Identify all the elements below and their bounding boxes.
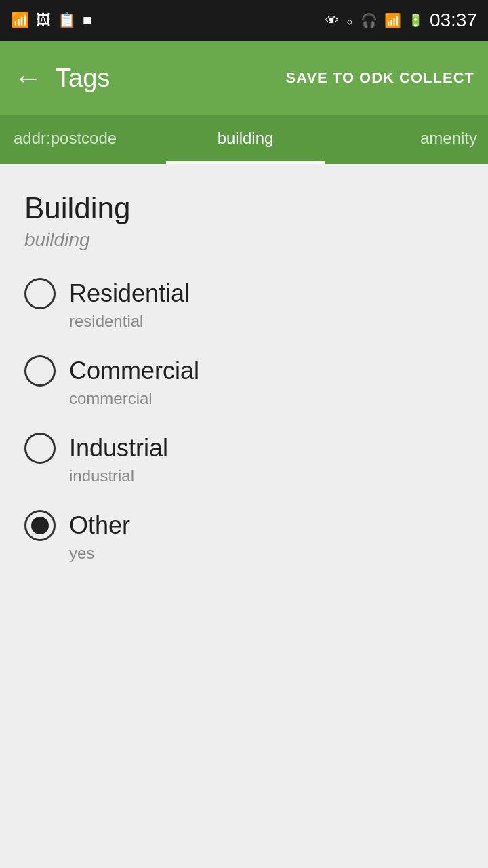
radio-circle-industrial (24, 433, 56, 464)
tab-addr-postcode[interactable]: addr:postcode (0, 115, 166, 164)
option-commercial[interactable]: Commercial commercial (24, 355, 464, 408)
sim-icon: 📋 (58, 12, 76, 29)
option-industrial-label: Industrial (69, 434, 168, 462)
option-other-label: Other (69, 511, 130, 540)
option-other-value: yes (69, 544, 464, 563)
eye-icon: 👁 (325, 13, 339, 28)
option-other-row: Other (24, 510, 464, 541)
field-key: building (24, 229, 464, 251)
headset-icon: 🎧 (361, 12, 378, 28)
status-icons-left: 📶 🖼 📋 ■ (11, 12, 92, 29)
option-industrial[interactable]: Industrial industrial (24, 433, 464, 486)
option-residential-row: Residential (24, 278, 464, 309)
app-bar: ← Tags SAVE TO ODK COLLECT (0, 41, 488, 115)
option-residential-value: residential (69, 312, 464, 331)
back-button[interactable]: ← (14, 64, 42, 92)
option-other[interactable]: Other yes (24, 510, 464, 563)
main-content: Building building Residential residentia… (0, 164, 488, 614)
field-title: Building (24, 191, 464, 225)
option-commercial-row: Commercial (24, 355, 464, 387)
option-commercial-label: Commercial (69, 357, 199, 385)
tab-building[interactable]: building (166, 115, 325, 164)
app-bar-left: ← Tags (14, 64, 110, 93)
status-bar: 📶 🖼 📋 ■ 👁 ⬦ 🎧 📶 🔋 03:37 (0, 0, 488, 41)
flipboard-icon: ■ (83, 12, 92, 29)
tab-amenity[interactable]: amenity (325, 115, 488, 164)
bluetooth-icon: ⬦ (346, 13, 354, 28)
option-industrial-row: Industrial (24, 433, 464, 464)
status-time: 03:37 (430, 9, 477, 31)
radio-inner-other (31, 517, 49, 534)
status-icons-right: 👁 ⬦ 🎧 📶 🔋 03:37 (325, 9, 477, 31)
option-residential[interactable]: Residential residential (24, 278, 464, 331)
option-residential-label: Residential (69, 279, 190, 308)
save-to-odk-button[interactable]: SAVE TO ODK COLLECT (285, 69, 474, 87)
radio-circle-residential (24, 278, 56, 309)
option-industrial-value: industrial (69, 467, 464, 486)
radio-circle-other (24, 510, 56, 541)
option-commercial-value: commercial (69, 389, 464, 408)
app-title: Tags (56, 64, 110, 93)
wifi-icon: 📶 (11, 12, 29, 29)
battery-icon: 🔋 (408, 13, 423, 28)
signal-icon: 📶 (384, 12, 401, 28)
radio-circle-commercial (24, 355, 56, 387)
image-icon: 🖼 (36, 12, 51, 29)
tab-bar: addr:postcode building amenity (0, 115, 488, 164)
